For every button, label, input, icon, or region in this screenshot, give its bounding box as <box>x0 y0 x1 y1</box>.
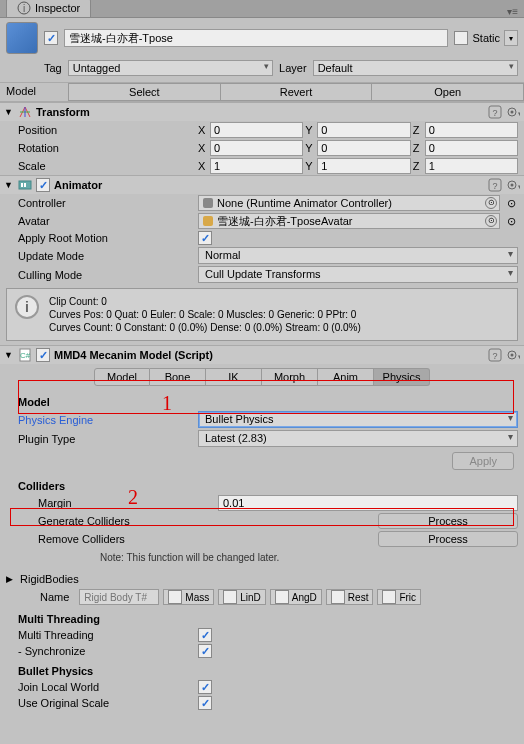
rot-x-input[interactable] <box>210 140 303 156</box>
static-label: Static <box>472 32 500 44</box>
avatar-label: Avatar <box>18 215 198 227</box>
rigidbodies-foldout[interactable]: ▶ <box>6 574 16 584</box>
gear-icon[interactable]: ▾ <box>506 348 520 362</box>
help-icon[interactable]: ? <box>488 348 502 362</box>
tab-ik[interactable]: IK <box>206 368 262 386</box>
tab-bone[interactable]: Bone <box>150 368 206 386</box>
svg-text:▾: ▾ <box>518 353 520 360</box>
angd-checkbox[interactable] <box>275 590 289 604</box>
animator-title: Animator <box>54 179 484 191</box>
gear-icon[interactable]: ▾ <box>506 178 520 192</box>
tab-model[interactable]: Model <box>94 368 150 386</box>
uos-checkbox[interactable] <box>198 696 212 710</box>
model-header: Model <box>0 390 524 410</box>
object-name-input[interactable] <box>64 29 448 47</box>
animator-enabled-checkbox[interactable] <box>36 178 50 192</box>
tag-dropdown[interactable]: Untagged <box>68 60 273 76</box>
remove-process-button[interactable]: Process <box>378 531 518 547</box>
tab-anim[interactable]: Anim <box>318 368 374 386</box>
scale-y-input[interactable] <box>317 158 410 174</box>
generate-colliders-label: Generate Colliders <box>18 515 178 527</box>
mmd-foldout[interactable]: ▼ <box>4 350 14 360</box>
tab-title: Inspector <box>35 2 80 14</box>
margin-input[interactable] <box>218 495 518 511</box>
multithread-header: Multi Threading <box>0 607 524 627</box>
controller-field[interactable]: None (Runtime Animator Controller)⊙ <box>198 195 500 211</box>
svg-text:▾: ▾ <box>518 183 520 190</box>
mt-label: Multi Threading <box>18 629 198 641</box>
mt-checkbox[interactable] <box>198 628 212 642</box>
svg-rect-9 <box>24 183 26 187</box>
tab-morph[interactable]: Morph <box>262 368 318 386</box>
inspector-tab[interactable]: i Inspector <box>6 0 91 17</box>
mmd-title: MMD4 Mecanim Model (Script) <box>54 349 484 361</box>
update-mode-dropdown[interactable]: Normal <box>198 247 518 264</box>
apply-root-checkbox[interactable] <box>198 231 212 245</box>
apply-root-label: Apply Root Motion <box>18 232 198 244</box>
transform-title: Transform <box>36 106 484 118</box>
plugin-type-dropdown[interactable]: Latest (2.83) <box>198 430 518 447</box>
object-picker-icon[interactable]: ⊙ <box>485 215 497 227</box>
pos-z-input[interactable] <box>425 122 518 138</box>
revert-icon[interactable]: ⊙ <box>504 215 518 228</box>
revert-button[interactable]: Revert <box>221 83 373 101</box>
update-mode-label: Update Mode <box>18 250 198 262</box>
gear-icon[interactable]: ▾ <box>506 105 520 119</box>
svg-text:i: i <box>23 3 25 14</box>
physics-engine-label: Physics Engine <box>18 414 198 426</box>
rotation-label: Rotation <box>18 142 198 154</box>
svg-text:?: ? <box>492 181 497 191</box>
layer-label: Layer <box>279 62 307 74</box>
animator-info-box: i Clip Count: 0 Curves Pos: 0 Quat: 0 Eu… <box>6 288 518 341</box>
animator-foldout[interactable]: ▼ <box>4 180 14 190</box>
sync-checkbox[interactable] <box>198 644 212 658</box>
static-dropdown[interactable]: ▾ <box>504 30 518 46</box>
scale-x-input[interactable] <box>210 158 303 174</box>
object-picker-icon[interactable]: ⊙ <box>485 197 497 209</box>
rest-checkbox[interactable] <box>331 590 345 604</box>
avatar-icon <box>203 216 213 226</box>
tag-label: Tag <box>44 62 62 74</box>
layer-dropdown[interactable]: Default <box>313 60 518 76</box>
physics-engine-dropdown[interactable]: Bullet Physics <box>198 411 518 428</box>
tab-context-icon[interactable]: ▾≡ <box>501 6 524 17</box>
rot-z-input[interactable] <box>425 140 518 156</box>
generate-process-button[interactable]: Process <box>378 513 518 529</box>
fric-checkbox[interactable] <box>382 590 396 604</box>
gameobject-icon <box>6 22 38 54</box>
rb-name-label: Name <box>40 591 69 603</box>
jlw-checkbox[interactable] <box>198 680 212 694</box>
culling-mode-label: Culling Mode <box>18 269 198 281</box>
svg-rect-8 <box>21 183 23 187</box>
svg-text:?: ? <box>492 108 497 118</box>
remove-colliders-label: Remove Colliders <box>18 533 178 545</box>
runtime-controller-icon <box>203 198 213 208</box>
scale-z-input[interactable] <box>425 158 518 174</box>
info-icon: i <box>15 295 39 319</box>
rot-y-input[interactable] <box>317 140 410 156</box>
rb-name-input[interactable] <box>79 589 159 605</box>
svg-point-20 <box>511 354 514 357</box>
select-button[interactable]: Select <box>68 83 221 101</box>
help-icon[interactable]: ? <box>488 178 502 192</box>
enabled-checkbox[interactable] <box>44 31 58 45</box>
tab-physics[interactable]: Physics <box>374 368 430 386</box>
scale-label: Scale <box>18 160 198 172</box>
mmd-enabled-checkbox[interactable] <box>36 348 50 362</box>
rigidbodies-header: RigidBodies <box>20 573 79 585</box>
mass-checkbox[interactable] <box>168 590 182 604</box>
pos-x-input[interactable] <box>210 122 303 138</box>
pos-y-input[interactable] <box>317 122 410 138</box>
info-icon: i <box>17 1 31 15</box>
avatar-field[interactable]: 雪迷城-白亦君-TposeAvatar⊙ <box>198 213 500 229</box>
open-button[interactable]: Open <box>372 83 524 101</box>
revert-icon[interactable]: ⊙ <box>504 197 518 210</box>
transform-foldout[interactable]: ▼ <box>4 107 14 117</box>
position-label: Position <box>18 124 198 136</box>
static-checkbox[interactable] <box>454 31 468 45</box>
lind-checkbox[interactable] <box>223 590 237 604</box>
apply-button[interactable]: Apply <box>452 452 514 470</box>
help-icon[interactable]: ? <box>488 105 502 119</box>
transform-icon <box>18 105 32 119</box>
culling-mode-dropdown[interactable]: Cull Update Transforms <box>198 266 518 283</box>
